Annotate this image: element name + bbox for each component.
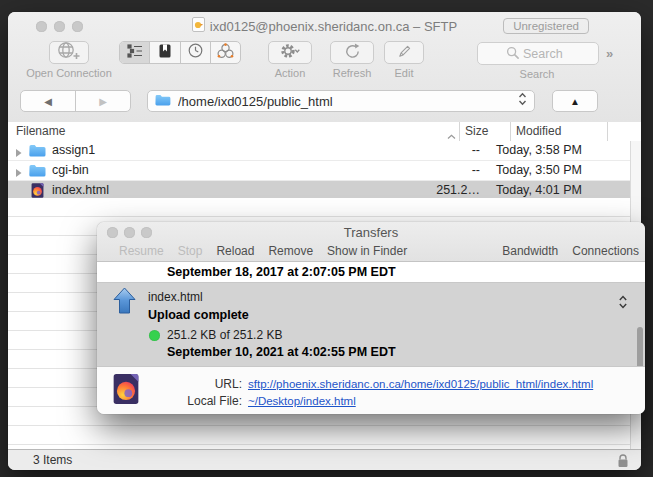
- show-in-finder-button[interactable]: Show in Finder: [327, 244, 407, 258]
- url-label: URL:: [97, 377, 242, 391]
- item-count: 3 Items: [33, 453, 72, 467]
- open-connection-group: Open Connection: [21, 41, 117, 79]
- search-label: Search: [477, 68, 597, 80]
- disclosure-triangle-icon[interactable]: [16, 146, 22, 160]
- disclosure-triangle-icon[interactable]: [16, 166, 22, 180]
- file-modified: Today, 3:50 PM: [496, 163, 636, 177]
- connections-button[interactable]: Connections: [572, 244, 639, 258]
- up-arrow-glyph: ▲: [570, 96, 580, 107]
- column-divider[interactable]: [607, 122, 608, 141]
- bonjour-icon: [217, 43, 234, 63]
- stop-button[interactable]: Stop: [178, 244, 203, 258]
- window-chrome: ixd0125@phoenix.sheridanc.on.ca – SFTP U…: [8, 12, 641, 123]
- bookmarks-segment[interactable]: [149, 42, 179, 63]
- file-name: assign1: [52, 143, 95, 157]
- column-divider[interactable]: [510, 122, 511, 141]
- selected-transfer-row[interactable]: index.html Upload complete 251.2 KB of 2…: [97, 283, 645, 366]
- bookmark-icon: [159, 44, 171, 62]
- remove-button[interactable]: Remove: [268, 244, 313, 258]
- path-bar: ◀ ▶ /home/ixd0125/public_html ▲: [8, 82, 641, 122]
- resume-button[interactable]: Resume: [119, 244, 164, 258]
- transfer-date: September 18, 2017 at 2:07:05 PM EDT: [167, 265, 396, 279]
- unregistered-button[interactable]: Unregistered: [503, 18, 589, 34]
- table-header: Filename Size Modified: [8, 122, 641, 142]
- globe-plus-icon: [57, 40, 81, 65]
- forward-icon: ▶: [99, 96, 107, 107]
- reload-button[interactable]: Reload: [216, 244, 254, 258]
- file-name: cgi-bin: [52, 163, 89, 177]
- open-connection-label: Open Connection: [21, 67, 117, 79]
- action-label: Action: [258, 67, 322, 79]
- action-button[interactable]: [268, 41, 312, 64]
- local-file-link[interactable]: ~/Desktop/index.html: [248, 395, 356, 407]
- file-size: --: [388, 143, 480, 157]
- back-button[interactable]: ◀: [21, 91, 75, 111]
- lock-icon[interactable]: [617, 453, 629, 470]
- previous-transfer-row[interactable]: September 18, 2017 at 2:07:05 PM EDT: [97, 262, 645, 283]
- transfer-date: September 10, 2021 at 4:02:55 PM EDT: [167, 345, 396, 359]
- table-row[interactable]: cgi-bin -- Today, 3:50 PM: [8, 161, 630, 181]
- stepper-icon[interactable]: [618, 294, 628, 314]
- outline-view-segment[interactable]: [120, 42, 149, 63]
- column-divider[interactable]: [459, 122, 460, 141]
- transfers-chrome: Transfers Resume Stop Reload Remove Show…: [97, 222, 645, 262]
- upload-arrow-icon: [113, 287, 136, 319]
- current-path: /home/ixd0125/public_html: [178, 94, 518, 109]
- history-segment[interactable]: [180, 42, 210, 63]
- back-icon: ◀: [44, 96, 52, 107]
- edit-group: Edit: [382, 41, 426, 79]
- transfer-filename: index.html: [148, 290, 203, 304]
- forward-button[interactable]: ▶: [75, 91, 130, 111]
- edit-label: Edit: [382, 67, 426, 79]
- file-size: 251.2…: [388, 183, 480, 197]
- bonjour-segment[interactable]: [210, 42, 240, 63]
- refresh-icon: [344, 43, 361, 63]
- stepper-icon: [518, 92, 527, 110]
- transfers-titlebar[interactable]: Transfers: [97, 222, 645, 242]
- column-filename[interactable]: Filename: [16, 124, 65, 138]
- transfer-progress: 251.2 KB of 251.2 KB: [167, 328, 282, 342]
- main-toolbar: Open Connection: [8, 40, 641, 82]
- transfer-status: Upload complete: [148, 308, 249, 322]
- refresh-group: Refresh: [324, 41, 380, 79]
- outline-view-icon: [127, 44, 143, 62]
- file-name: index.html: [52, 183, 109, 197]
- bandwidth-button[interactable]: Bandwidth: [502, 244, 558, 258]
- desktop: ixd0125@phoenix.sheridanc.on.ca – SFTP U…: [0, 0, 653, 477]
- refresh-button[interactable]: [330, 41, 374, 64]
- search-group: Search: [477, 41, 597, 80]
- file-list: assign1 -- Today, 3:58 PM cgi-bin -- Tod…: [8, 141, 630, 201]
- open-connection-button[interactable]: [49, 41, 89, 64]
- path-dropdown[interactable]: /home/ixd0125/public_html: [147, 90, 535, 112]
- edit-button[interactable]: [384, 41, 424, 64]
- file-size: --: [388, 163, 480, 177]
- history-nav-group: ◀ ▶: [20, 90, 131, 112]
- status-dot-icon: [149, 330, 160, 341]
- action-group: Action: [258, 41, 322, 79]
- column-modified[interactable]: Modified: [516, 124, 561, 138]
- folder-icon: [29, 144, 46, 160]
- go-up-button[interactable]: ▲: [552, 90, 598, 112]
- window-title: ixd0125@phoenix.sheridanc.on.ca – SFTP: [210, 19, 457, 34]
- transfers-toolbar: Resume Stop Reload Remove Show in Finder…: [97, 241, 645, 261]
- proxy-document-icon: [192, 17, 205, 36]
- status-bar: 3 Items: [8, 449, 641, 470]
- refresh-label: Refresh: [324, 67, 380, 79]
- titlebar[interactable]: ixd0125@phoenix.sheridanc.on.ca – SFTP U…: [8, 12, 641, 40]
- search-input[interactable]: [478, 43, 598, 64]
- history-clock-icon: [188, 43, 203, 62]
- column-size[interactable]: Size: [465, 124, 488, 138]
- view-segmented-control: [119, 41, 241, 64]
- transfers-window: Transfers Resume Stop Reload Remove Show…: [97, 222, 645, 414]
- url-link[interactable]: sftp://phoenix.sheridanc.on.ca/home/ixd0…: [248, 378, 593, 390]
- table-row[interactable]: assign1 -- Today, 3:58 PM: [8, 141, 630, 161]
- folder-icon: [155, 92, 171, 110]
- folder-icon: [29, 164, 46, 180]
- detail-lines: URL:sftp://phoenix.sheridanc.on.ca/home/…: [97, 374, 645, 408]
- file-modified: Today, 3:58 PM: [496, 143, 636, 157]
- gear-icon: [280, 43, 301, 62]
- search-field: [477, 42, 599, 65]
- toolbar-overflow-button[interactable]: »: [606, 46, 612, 61]
- transfers-title: Transfers: [97, 222, 645, 242]
- local-file-label: Local File:: [97, 394, 242, 408]
